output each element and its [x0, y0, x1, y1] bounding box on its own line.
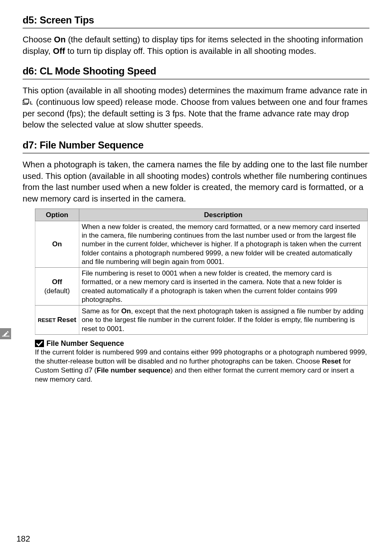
heading-d5: d5: Screen Tips: [23, 14, 369, 26]
opt-off: Off(default): [35, 268, 79, 306]
svg-rect-2: [25, 99, 27, 100]
rule-d7: [23, 153, 369, 154]
pencil-icon: [2, 330, 9, 338]
page-number: 182: [16, 534, 30, 544]
svg-rect-1: [24, 99, 29, 103]
desc-reset: Same as for On, except that the next pho…: [79, 306, 367, 335]
heading-d7: d7: File Number Sequence: [23, 139, 369, 151]
svg-rect-5: [2, 336, 9, 336]
desc-off: File numbering is reset to 0001 when a n…: [79, 268, 367, 306]
body-d5: Choose On (the default setting) to displ…: [23, 34, 369, 56]
opt-reset: RESETReset: [35, 306, 79, 335]
body-d7: When a photograph is taken, the camera n…: [23, 159, 369, 204]
note-d7: File Number Sequence If the current fold…: [35, 339, 368, 384]
th-option: Option: [35, 208, 79, 221]
desc-on: When a new folder is created, the memory…: [79, 221, 367, 267]
table-d7-options: Option Description On When a new folder …: [35, 208, 368, 335]
body-d6-pre: This option (available in all shooting m…: [23, 86, 367, 95]
body-d6-post: (continuous low speed) release mode. Cho…: [23, 97, 367, 129]
svg-text:L: L: [30, 100, 33, 105]
rule-d5: [23, 28, 369, 29]
opt-on: On: [35, 221, 79, 267]
heading-d6: d6: CL Mode Shooting Speed: [23, 65, 369, 77]
note-d7-heading-text: File Number Sequence: [46, 339, 124, 348]
th-description: Description: [79, 208, 367, 221]
check-slash-icon: [35, 340, 44, 347]
continuous-low-icon: L: [23, 97, 34, 103]
svg-rect-4: [35, 340, 44, 347]
rule-d6: [23, 79, 369, 80]
side-tab: [0, 328, 11, 339]
note-d7-heading: File Number Sequence: [35, 339, 368, 348]
note-d7-body: If the current folder is numbered 999 an…: [35, 348, 368, 384]
body-d6: This option (available in all shooting m…: [23, 85, 369, 130]
